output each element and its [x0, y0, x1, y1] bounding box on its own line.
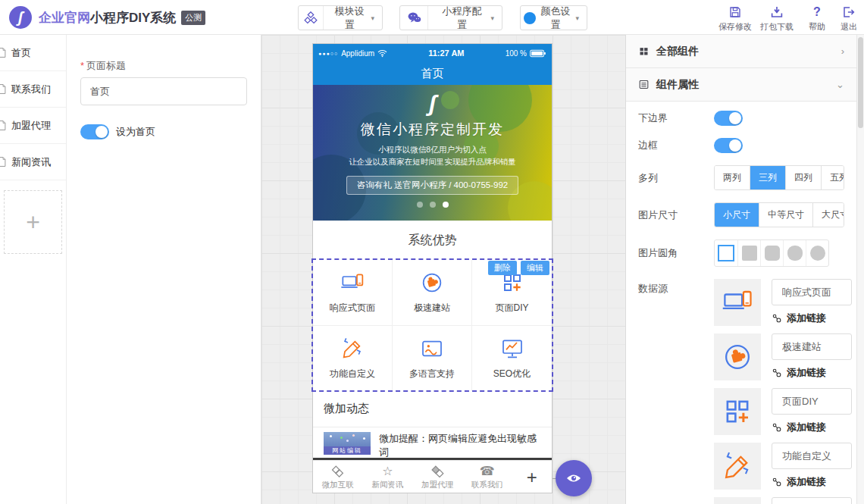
caret-down-icon: ▾ — [575, 14, 587, 22]
news-thumbnail-label: 网站编辑 — [324, 446, 371, 455]
signal-dots-icon: ●●●○○ — [318, 51, 338, 56]
radius-circle[interactable] — [806, 240, 828, 266]
fast-build-icon — [714, 333, 761, 380]
columns-option-5[interactable]: 五列 — [821, 166, 844, 189]
app-title-primary: 企业官网 — [39, 9, 90, 27]
advantage-section-title: 系统优势 — [313, 221, 552, 260]
banner-carousel[interactable]: ʃ 微信小程序定制开发 小程序以微信8亿用户为切入点 让企业以及商家在短时间里实… — [313, 85, 552, 221]
page-diy-icon — [714, 388, 761, 435]
star-icon: ☆ — [382, 465, 393, 478]
scrollbar-thumb[interactable] — [858, 37, 863, 128]
phone-tab-bar: 微加互联 ☆ 新闻资讯 加盟代理 ☎ 联系我们 + — [313, 460, 552, 493]
ds-name-input[interactable] — [772, 443, 852, 469]
columns-option-3-selected[interactable]: 三列 — [750, 166, 785, 189]
sidebar-item-news[interactable]: 新闻资讯 — [0, 144, 66, 180]
adv-cell-responsive[interactable]: 响应式页面 — [313, 260, 393, 326]
banner-cta-pill: 咨询有礼 送官网小程序 / 400-0755-992 — [346, 176, 518, 195]
image-radius-options — [714, 239, 829, 267]
link-icon — [772, 313, 782, 324]
bottom-border-toggle[interactable] — [714, 111, 743, 126]
help-icon: ? — [803, 5, 831, 19]
delete-component-button[interactable]: 删除 — [488, 261, 517, 275]
add-link-button[interactable]: 添加链接 — [772, 366, 852, 380]
carousel-dot[interactable] — [417, 202, 423, 208]
app-title-secondary: 小程序DIY系统 — [90, 9, 176, 27]
carrier-label: Applidium — [341, 49, 374, 58]
tab-label: 加盟代理 — [421, 480, 453, 490]
add-link-button[interactable]: 添加链接 — [772, 311, 852, 325]
adv-cell-custom-function[interactable]: 功能自定义 — [313, 326, 393, 392]
page-title-input[interactable] — [80, 77, 247, 105]
custom-function-icon — [714, 443, 761, 490]
image-size-label: 图片尺寸 — [638, 208, 714, 222]
all-components-label: 全部组件 — [656, 45, 699, 58]
tab-agent[interactable]: 加盟代理 — [412, 461, 462, 493]
add-link-button[interactable]: 添加链接 — [772, 475, 852, 489]
border-label: 边框 — [638, 139, 714, 152]
add-page-button[interactable]: + — [4, 190, 62, 254]
beta-badge: 公测 — [181, 11, 205, 25]
color-settings-button[interactable]: 颜色设置 ▾ — [520, 5, 587, 30]
tab-contact[interactable]: ☎ 联系我们 — [462, 461, 512, 493]
image-size-large[interactable]: 大尺寸 — [812, 203, 844, 227]
edit-component-button[interactable]: 编辑 — [521, 261, 549, 275]
radius-square-selected[interactable] — [715, 240, 737, 266]
preview-eye-button[interactable] — [556, 460, 592, 496]
battery-icon — [530, 49, 546, 58]
miniprogram-config-button[interactable]: 小程序配置 ▾ — [399, 5, 502, 30]
adv-cell-seo[interactable]: SEO优化 — [472, 326, 552, 392]
image-size-segmented-control: 小尺寸 中等尺寸 大尺寸 — [714, 202, 844, 227]
adv-cell-multi-language[interactable]: 多语言支持 — [393, 326, 472, 392]
carousel-dot[interactable] — [430, 202, 436, 208]
save-button[interactable]: 保存修改 — [715, 5, 755, 33]
columns-option-2[interactable]: 两列 — [715, 166, 750, 189]
add-link-button[interactable]: 添加链接 — [772, 421, 852, 434]
radius-square[interactable] — [737, 240, 760, 266]
news-list-item[interactable]: 网站编辑 微加提醒：网页编辑应避免出现敏感词 与极限词 — [313, 427, 552, 458]
banner-logo-icon: ʃ — [313, 91, 552, 117]
carousel-dots — [313, 202, 552, 208]
tab-add-button[interactable]: + — [512, 461, 553, 493]
image-size-medium[interactable]: 中等尺寸 — [759, 203, 812, 227]
module-settings-label: 模块设置 — [324, 5, 371, 32]
chevron-down-icon: ⌄ — [836, 79, 844, 90]
carousel-dot-active[interactable] — [443, 202, 449, 208]
set-home-toggle[interactable] — [80, 124, 109, 139]
save-icon — [715, 5, 755, 19]
brand: ʃ 企业官网 小程序DIY系统 公测 — [9, 6, 205, 29]
ds-name-input[interactable] — [772, 388, 852, 415]
bottom-border-label: 下边界 — [638, 111, 714, 125]
tab-label: 联系我们 — [471, 480, 503, 490]
sidebar-item-contact[interactable]: 联系我们 — [0, 71, 66, 108]
exit-icon — [834, 5, 864, 19]
component-properties-header[interactable]: 组件属性 ⌄ — [626, 68, 856, 102]
tab-news[interactable]: ☆ 新闻资讯 — [363, 461, 413, 493]
radius-rounder[interactable] — [783, 240, 806, 266]
all-components-header[interactable]: 全部组件 › — [626, 35, 856, 68]
module-settings-button[interactable]: 模块设置 ▾ — [298, 5, 383, 30]
download-button[interactable]: 打包下载 — [757, 5, 797, 33]
app-logo-icon: ʃ — [9, 6, 32, 29]
tab-weijia[interactable]: 微加互联 — [313, 461, 363, 493]
sidebar-item-agent[interactable]: 加盟代理 — [0, 108, 66, 144]
border-toggle[interactable] — [714, 138, 743, 153]
scrollbar-track[interactable] — [856, 35, 864, 504]
link-icon — [772, 477, 782, 487]
columns-option-4[interactable]: 四列 — [785, 166, 821, 189]
ds-name-input[interactable] — [772, 279, 852, 305]
exit-label: 退出 — [834, 21, 864, 33]
radius-rounded[interactable] — [760, 240, 783, 266]
adv-cell-fast-build[interactable]: 极速建站 — [393, 260, 472, 326]
exit-button[interactable]: 退出 — [834, 5, 864, 33]
ds-item-custom-function: 添加链接 — [714, 443, 852, 490]
sidebar-item-label: 加盟代理 — [11, 119, 51, 133]
adv-cell-label: 功能自定义 — [330, 368, 375, 380]
advantage-grid-component[interactable]: 响应式页面 极速建站 页面DIY 功能自定义 多语言支持 SEO优化 — [313, 260, 552, 391]
ds-name-input[interactable] — [772, 333, 852, 360]
ds-name-input[interactable] — [772, 497, 852, 504]
chevron-right-icon: › — [841, 45, 844, 57]
sidebar-item-home[interactable]: 首页 — [0, 35, 66, 71]
columns-label: 多列 — [638, 171, 714, 185]
help-button[interactable]: ? 帮助 — [803, 5, 831, 33]
image-size-small-selected[interactable]: 小尺寸 — [715, 203, 759, 227]
